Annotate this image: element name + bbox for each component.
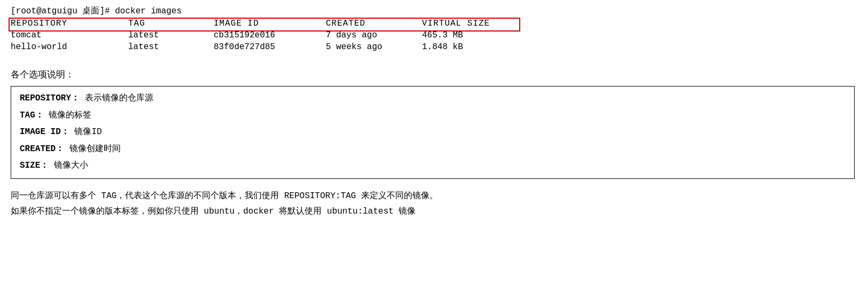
docker-table-wrapper: REPOSITORY TAG IMAGE ID CREATED VIRTUAL …	[11, 18, 518, 53]
table-cell: 465.3 MB	[422, 29, 518, 41]
col-header-virtual-size: VIRTUAL SIZE	[422, 18, 518, 29]
description-value: 镜像ID	[69, 127, 102, 137]
table-cell: tomcat	[11, 29, 128, 41]
description-row: REPOSITORY： 表示镜像的仓库源	[20, 92, 846, 106]
description-row: TAG： 镜像的标签	[20, 109, 846, 123]
description-value: 镜像创建时间	[64, 144, 121, 154]
table-cell: cb315192e016	[214, 29, 326, 41]
table-cell: 7 days ago	[326, 29, 422, 41]
description-row: IMAGE ID： 镜像ID	[20, 126, 846, 139]
description-key: REPOSITORY：	[20, 93, 80, 103]
table-cell: latest	[128, 29, 214, 41]
table-row: hello-worldlatest83f0de727d855 weeks ago…	[11, 41, 518, 53]
table-cell: hello-world	[11, 41, 128, 53]
description-value: 镜像大小	[49, 161, 88, 170]
description-key: CREATED：	[20, 144, 64, 154]
terminal-prompt: [root@atguigu 桌面]# docker images	[11, 5, 857, 17]
table-cell: 1.848 kB	[422, 41, 518, 53]
description-key: SIZE：	[20, 161, 49, 170]
docker-images-table: REPOSITORY TAG IMAGE ID CREATED VIRTUAL …	[11, 18, 518, 53]
col-header-tag: TAG	[128, 18, 214, 29]
table-cell: 5 weeks ago	[326, 41, 422, 53]
description-value: 镜像的标签	[44, 111, 92, 120]
col-header-repository: REPOSITORY	[11, 18, 128, 29]
table-header-row: REPOSITORY TAG IMAGE ID CREATED VIRTUAL …	[11, 18, 518, 29]
section-title: 各个选项说明：	[11, 68, 857, 81]
description-box: REPOSITORY： 表示镜像的仓库源TAG： 镜像的标签IMAGE ID： …	[11, 86, 855, 179]
footer-line2: 如果你不指定一个镜像的版本标签，例如你只使用 ubuntu，docker 将默认…	[11, 204, 857, 219]
description-value: 表示镜像的仓库源	[80, 93, 153, 103]
table-cell: 83f0de727d85	[214, 41, 326, 53]
terminal-section: [root@atguigu 桌面]# docker images REPOSIT…	[11, 5, 857, 56]
table-row: tomcatlatestcb315192e0167 days ago465.3 …	[11, 29, 518, 41]
col-header-image-id: IMAGE ID	[214, 18, 326, 29]
col-header-created: CREATED	[326, 18, 422, 29]
description-key: IMAGE ID：	[20, 127, 69, 137]
description-row: SIZE： 镜像大小	[20, 159, 846, 173]
footer-line1: 同一仓库源可以有多个 TAG，代表这个仓库源的不同个版本，我们使用 REPOSI…	[11, 189, 857, 204]
description-row: CREATED： 镜像创建时间	[20, 143, 846, 156]
footer-text: 同一仓库源可以有多个 TAG，代表这个仓库源的不同个版本，我们使用 REPOSI…	[11, 189, 857, 219]
description-key: TAG：	[20, 111, 44, 120]
table-cell: latest	[128, 41, 214, 53]
